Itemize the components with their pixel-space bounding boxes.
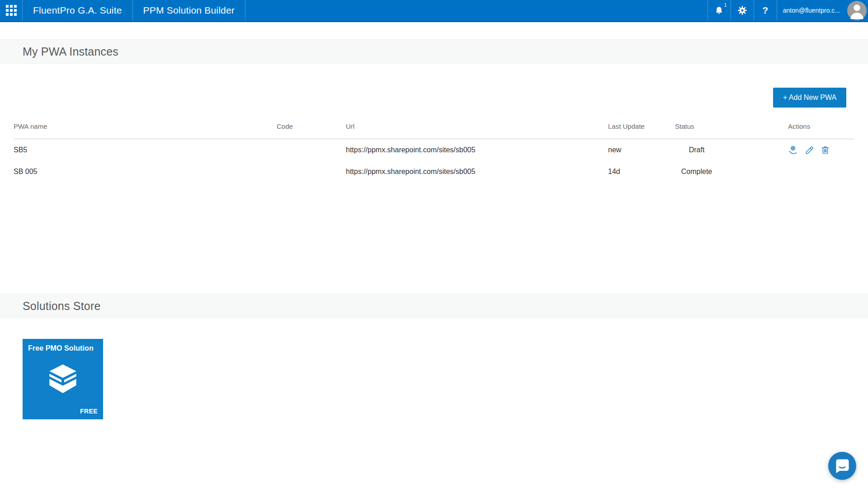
column-header-code: Code [277,122,346,130]
store-tile-free-pmo[interactable]: Free PMO Solution FREE [23,339,103,419]
toolbar: + Add New PWA [0,88,846,108]
waffle-grid-icon [6,5,17,16]
store-section-title: Solutions Store [23,300,101,313]
notifications-button[interactable]: 1 [708,0,731,21]
cell-last-update: new [608,146,675,154]
cell-pwa-name: SB 005 [14,168,277,176]
gear-icon [737,5,747,15]
header-spacer [245,0,708,21]
edit-icon[interactable] [804,145,815,155]
deploy-icon[interactable] [788,145,799,155]
user-avatar[interactable] [846,0,868,21]
app-launcher-button[interactable] [0,0,22,21]
column-header-status: Status [675,122,788,130]
header-title-ppm-builder[interactable]: PPM Solution Builder [133,0,245,21]
bell-icon [714,6,724,15]
store-section-band: Solutions Store [0,294,868,318]
column-header-url: Url [346,122,608,130]
tile-title: Free PMO Solution [23,339,103,352]
top-header: FluentPro G.A. Suite PPM Solution Builde… [0,0,868,22]
table-row: SB 005 https://ppmx.sharepoint.com/sites… [14,161,854,183]
chat-launcher-button[interactable] [828,452,856,480]
column-header-last-update: Last Update [608,122,675,130]
page-title: My PWA Instances [23,45,118,58]
settings-button[interactable] [731,0,754,21]
column-header-actions: Actions [788,122,854,130]
pwa-table: PWA name Code Url Last Update Status Act… [14,114,854,183]
status-badge: Draft [675,146,718,154]
user-email[interactable]: anton@fluentpro.c... [777,0,846,21]
cell-url: https://ppmx.sharepoint.com/sites/sb005 [346,146,608,154]
delete-icon[interactable] [820,145,830,155]
package-box-icon [46,362,80,398]
notification-badge: 1 [724,3,727,8]
header-title-suite[interactable]: FluentPro G.A. Suite [23,0,132,21]
status-badge: Complete [675,168,718,176]
cell-url: https://ppmx.sharepoint.com/sites/sb005 [346,168,608,176]
cell-pwa-name: SB5 [14,146,277,154]
tile-price-badge: FREE [80,408,98,415]
chat-bubble-smile-icon [828,452,856,480]
column-header-pwa-name: PWA name [14,122,277,130]
table-header-row: PWA name Code Url Last Update Status Act… [14,114,854,139]
table-row: SB5 https://ppmx.sharepoint.com/sites/sb… [14,139,854,161]
cell-last-update: 14d [608,168,675,176]
cell-actions [788,145,854,155]
help-button[interactable]: ? [754,0,777,21]
add-new-pwa-button[interactable]: + Add New PWA [773,88,846,108]
pwa-section-band: My PWA Instances [0,39,868,64]
help-icon: ? [762,5,768,16]
avatar-person-icon [847,1,867,20]
